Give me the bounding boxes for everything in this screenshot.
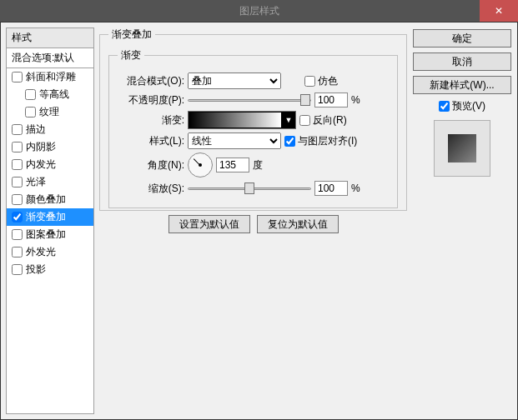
action-column: 确定 取消 新建样式(W)... 预览(V): [412, 28, 512, 414]
scale-label: 缩放(S):: [118, 182, 184, 196]
style-item-checkbox[interactable]: [12, 124, 23, 135]
style-item-checkbox[interactable]: [25, 107, 36, 118]
gradient-legend: 渐变: [118, 48, 144, 62]
angle-dial[interactable]: [188, 152, 213, 178]
angle-unit: 度: [253, 158, 263, 172]
style-item-checkbox[interactable]: [12, 142, 23, 152]
style-item-checkbox[interactable]: [12, 212, 23, 222]
blend-options-default[interactable]: 混合选项:默认: [6, 48, 94, 68]
blend-mode-label: 混合模式(O):: [118, 74, 184, 88]
style-item-checkbox[interactable]: [12, 194, 23, 205]
style-item-label: 渐变叠加: [26, 210, 66, 224]
gradient-swatch: [189, 112, 282, 128]
style-item-11[interactable]: 投影: [7, 261, 93, 278]
close-button[interactable]: ✕: [480, 0, 518, 22]
preview-input[interactable]: [439, 101, 450, 112]
style-item-8[interactable]: 渐变叠加: [7, 208, 93, 226]
gradient-overlay-group: 渐变叠加 渐变 混合模式(O): 叠加 仿色 不透明度(P): %: [99, 28, 407, 211]
style-item-checkbox[interactable]: [25, 89, 36, 100]
opacity-slider[interactable]: [188, 99, 311, 102]
close-icon: ✕: [495, 5, 503, 17]
style-item-9[interactable]: 图案叠加: [7, 226, 93, 243]
style-list: 斜面和浮雕等高线纹理描边内阴影内发光光泽颜色叠加渐变叠加图案叠加外发光投影: [6, 68, 94, 414]
style-item-label: 描边: [26, 122, 46, 137]
style-item-label: 光泽: [26, 175, 46, 189]
align-label: 与图层对齐(I): [298, 134, 357, 148]
style-item-label: 纹理: [39, 105, 59, 119]
reverse-checkbox[interactable]: 反向(R): [299, 113, 347, 128]
style-item-label: 外发光: [26, 245, 56, 259]
style-item-2[interactable]: 纹理: [7, 103, 93, 121]
style-item-checkbox[interactable]: [12, 247, 23, 258]
gradient-label: 渐变:: [118, 113, 184, 128]
style-item-checkbox[interactable]: [12, 72, 23, 82]
style-item-1[interactable]: 等高线: [7, 86, 93, 103]
style-item-checkbox[interactable]: [12, 229, 23, 240]
styles-header[interactable]: 样式: [6, 28, 94, 48]
style-item-label: 内阴影: [26, 140, 56, 154]
titlebar: 图层样式 ✕: [0, 0, 518, 22]
settings-column: 渐变叠加 渐变 混合模式(O): 叠加 仿色 不透明度(P): %: [99, 28, 407, 414]
style-item-6[interactable]: 光泽: [7, 173, 93, 191]
styles-column: 样式 混合选项:默认 斜面和浮雕等高线纹理描边内阴影内发光光泽颜色叠加渐变叠加图…: [6, 28, 94, 414]
style-item-5[interactable]: 内发光: [7, 156, 93, 173]
style-label: 样式(L):: [118, 134, 184, 148]
style-item-label: 颜色叠加: [26, 192, 66, 207]
style-item-checkbox[interactable]: [12, 177, 23, 188]
opacity-input[interactable]: [314, 92, 348, 108]
style-item-10[interactable]: 外发光: [7, 243, 93, 261]
preview-box: [434, 120, 490, 177]
preview-label: 预览(V): [452, 99, 485, 113]
group-legend: 渐变叠加: [108, 28, 155, 42]
style-item-label: 等高线: [39, 88, 69, 102]
reverse-label: 反向(R): [313, 113, 347, 128]
style-item-label: 投影: [26, 262, 46, 277]
scale-input[interactable]: [314, 181, 348, 196]
style-item-label: 内发光: [26, 158, 56, 172]
scale-slider[interactable]: [188, 188, 311, 190]
new-style-button[interactable]: 新建样式(W)...: [413, 76, 511, 94]
align-checkbox[interactable]: 与图层对齐(I): [284, 134, 357, 148]
percent-unit: %: [351, 94, 360, 106]
style-item-3[interactable]: 描边: [7, 121, 93, 138]
dither-checkbox[interactable]: 仿色: [304, 74, 338, 88]
style-item-label: 图案叠加: [26, 228, 66, 242]
angle-label: 角度(N):: [118, 158, 184, 172]
set-default-button[interactable]: 设置为默认值: [168, 215, 250, 233]
opacity-label: 不透明度(P):: [118, 93, 184, 108]
style-item-0[interactable]: 斜面和浮雕: [7, 68, 93, 86]
style-item-checkbox[interactable]: [12, 159, 23, 170]
ok-button[interactable]: 确定: [413, 29, 511, 48]
dither-input[interactable]: [304, 76, 315, 87]
style-item-checkbox[interactable]: [12, 264, 23, 275]
cancel-button[interactable]: 取消: [413, 52, 511, 71]
dialog-title: 图层样式: [239, 4, 279, 18]
style-item-7[interactable]: 颜色叠加: [7, 191, 93, 208]
percent-unit-2: %: [351, 182, 360, 194]
style-item-4[interactable]: 内阴影: [7, 138, 93, 156]
preview-checkbox[interactable]: 预览(V): [439, 99, 485, 113]
dither-label: 仿色: [318, 74, 338, 88]
reset-default-button[interactable]: 复位为默认值: [257, 215, 339, 233]
align-input[interactable]: [284, 136, 295, 147]
gradient-group: 渐变 混合模式(O): 叠加 仿色 不透明度(P): %: [108, 48, 398, 208]
gradient-picker[interactable]: ▼: [188, 111, 296, 129]
style-select[interactable]: 线性: [188, 132, 281, 149]
style-item-label: 斜面和浮雕: [26, 70, 76, 84]
angle-input[interactable]: [216, 158, 249, 172]
blend-mode-select[interactable]: 叠加: [188, 72, 281, 89]
chevron-down-icon: ▼: [282, 112, 295, 128]
preview-swatch: [448, 134, 476, 162]
dialog-body: 样式 混合选项:默认 斜面和浮雕等高线纹理描边内阴影内发光光泽颜色叠加渐变叠加图…: [0, 22, 518, 420]
reverse-input[interactable]: [299, 115, 310, 126]
